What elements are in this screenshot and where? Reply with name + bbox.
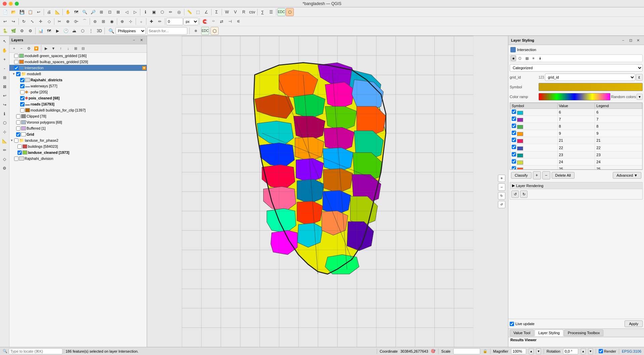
- left-tool-11[interactable]: ⊹: [1, 128, 9, 136]
- value-field-select[interactable]: grid_id: [545, 74, 635, 81]
- data-plotly-button[interactable]: 📊: [37, 27, 45, 35]
- map-canvas[interactable]: + − ↻ ↺: [147, 36, 508, 347]
- rendering-btn-2[interactable]: ↻: [520, 190, 527, 198]
- select-poly-button[interactable]: ⬡: [158, 8, 166, 16]
- map-rotate-cw-btn[interactable]: ↻: [498, 192, 505, 199]
- saga-button[interactable]: ⚙: [18, 27, 26, 35]
- add-wms-button[interactable]: W: [223, 8, 231, 16]
- move-up-btn[interactable]: ↑: [57, 45, 64, 52]
- rendering-btn-1[interactable]: ↺: [511, 190, 519, 198]
- processing-button[interactable]: ⚙: [26, 27, 34, 35]
- layer-checkbox[interactable]: [14, 60, 18, 64]
- rotate-button[interactable]: ↻: [20, 17, 28, 26]
- magnifier-up[interactable]: ▲: [529, 348, 534, 354]
- add-csv-button[interactable]: csv: [248, 8, 256, 16]
- px-unit-select[interactable]: px mm: [183, 18, 198, 25]
- zoom-selection-button[interactable]: ⊠: [114, 8, 122, 16]
- point-cloud-button[interactable]: ⋮: [87, 27, 95, 35]
- search-input[interactable]: [147, 27, 187, 35]
- layer-checkbox[interactable]: [14, 157, 18, 161]
- field-calc-button[interactable]: ∑: [259, 8, 267, 16]
- layer-checkbox[interactable]: [20, 108, 25, 113]
- zoom-out-button[interactable]: 🔎: [89, 8, 97, 16]
- reverse-line-button[interactable]: ⇄: [218, 17, 226, 26]
- layer-rendering-section[interactable]: ▶ Layer Rendering: [510, 182, 643, 189]
- list-item[interactable]: Buffered [1]: [9, 125, 147, 131]
- vertex-tool-button[interactable]: ◇: [45, 17, 53, 26]
- add-feature-button[interactable]: ✚: [147, 17, 155, 26]
- row-checkbox[interactable]: [512, 138, 516, 142]
- list-item[interactable]: pois_cleaned [68]: [9, 95, 147, 101]
- select-freehand-button[interactable]: ✏: [167, 8, 175, 16]
- advanced-button[interactable]: Advanced ▼: [613, 172, 641, 179]
- grass-button[interactable]: 🌿: [9, 27, 17, 35]
- list-item[interactable]: landuse_cleaned [1973]: [9, 149, 147, 156]
- left-tool-1[interactable]: ↖: [1, 37, 9, 45]
- renderer-graduated-btn[interactable]: ▤: [524, 55, 530, 61]
- scale-button[interactable]: ⤡: [28, 17, 36, 26]
- list-item[interactable]: waterways [577]: [9, 83, 147, 89]
- extra-button[interactable]: ⬡: [286, 8, 294, 16]
- zoom-full-button[interactable]: ⊞: [97, 8, 105, 16]
- node-tool-button[interactable]: ⬦: [137, 17, 145, 26]
- row-checkbox[interactable]: [512, 109, 516, 114]
- renderer-rule-btn[interactable]: ≡: [531, 55, 536, 61]
- identify-button[interactable]: ℹ: [141, 8, 149, 16]
- row-checkbox[interactable]: [512, 145, 516, 149]
- close-button[interactable]: [3, 2, 7, 6]
- styling-panel-collapse[interactable]: −: [620, 37, 627, 44]
- layer-checkbox[interactable]: [17, 150, 22, 155]
- open-layer-props-btn[interactable]: ⚙: [26, 45, 32, 52]
- scale-input[interactable]: 1:630036: [453, 348, 480, 354]
- mesh-button[interactable]: ⬡: [79, 27, 87, 35]
- tab-layer-styling[interactable]: Layer Styling: [535, 329, 563, 336]
- tab-processing-toolbox[interactable]: Processing Toolbox: [564, 329, 603, 336]
- select-rect-button[interactable]: ▣: [150, 8, 158, 16]
- layer-checkbox[interactable]: [20, 90, 25, 94]
- row-checkbox[interactable]: [512, 159, 516, 164]
- layer-checkbox[interactable]: [14, 66, 18, 70]
- table-row[interactable]: 21 21: [510, 137, 642, 144]
- left-tool-7[interactable]: ↩: [1, 92, 9, 100]
- styling-panel-close[interactable]: ✕: [635, 37, 641, 44]
- apply-button[interactable]: Apply: [625, 320, 643, 327]
- add-part-button[interactable]: ⊞: [99, 17, 107, 26]
- layer-checkbox[interactable]: [16, 120, 20, 125]
- collapse-all-btn[interactable]: ▼: [50, 45, 57, 52]
- row-checkbox[interactable]: [512, 131, 516, 135]
- save-as-button[interactable]: 📋: [26, 8, 34, 16]
- table-row[interactable]: 6 6: [510, 109, 642, 116]
- map-zoom-out-btn[interactable]: −: [498, 183, 505, 191]
- remove-class-btn[interactable]: −: [542, 171, 550, 179]
- zoom-in-button[interactable]: 🔍: [81, 8, 89, 16]
- layer-checkbox[interactable]: [16, 126, 20, 131]
- animations-button[interactable]: ▶: [53, 27, 61, 35]
- table-row[interactable]: 25 25: [510, 165, 642, 170]
- left-tool-5[interactable]: ⊞: [1, 74, 9, 82]
- row-checkbox[interactable]: [512, 117, 516, 121]
- left-tool-2[interactable]: ✋: [1, 46, 9, 54]
- rotation-input[interactable]: [563, 348, 578, 354]
- add-ring-button[interactable]: ⊚: [91, 17, 99, 26]
- list-item[interactable]: module8 buildings_for_clip [1397]: [9, 107, 147, 113]
- list-item[interactable]: ▼ 📁 landuse_for_phase2: [9, 137, 147, 143]
- list-item[interactable]: ▼ 📁 module8: [9, 71, 147, 77]
- map-rotate-ccw-btn[interactable]: ↺: [498, 201, 505, 208]
- split-button[interactable]: ✂: [55, 17, 63, 26]
- zoom-layer-button[interactable]: ⊡: [106, 8, 114, 16]
- list-item[interactable]: Clipped [78]: [9, 113, 147, 119]
- color-ramp-menu-btn[interactable]: ▼: [637, 94, 643, 100]
- value-expression-btn[interactable]: ε: [636, 74, 643, 81]
- map-zoom-in-btn[interactable]: +: [498, 175, 505, 182]
- left-tool-13[interactable]: ✏: [1, 146, 9, 154]
- edc-badge-button[interactable]: EDC: [201, 27, 209, 35]
- pan-button[interactable]: ✋: [64, 8, 72, 16]
- measure-area-button[interactable]: ⬚: [194, 8, 202, 16]
- layer-checkbox[interactable]: [20, 84, 25, 88]
- table-row[interactable]: 24 24: [510, 158, 642, 165]
- maximize-button[interactable]: [15, 2, 19, 6]
- classify-button[interactable]: Classify: [511, 172, 532, 179]
- left-tool-10[interactable]: ⬡: [1, 119, 9, 127]
- live-update-checkbox[interactable]: [510, 322, 514, 326]
- new-project-button[interactable]: 📄: [1, 8, 9, 16]
